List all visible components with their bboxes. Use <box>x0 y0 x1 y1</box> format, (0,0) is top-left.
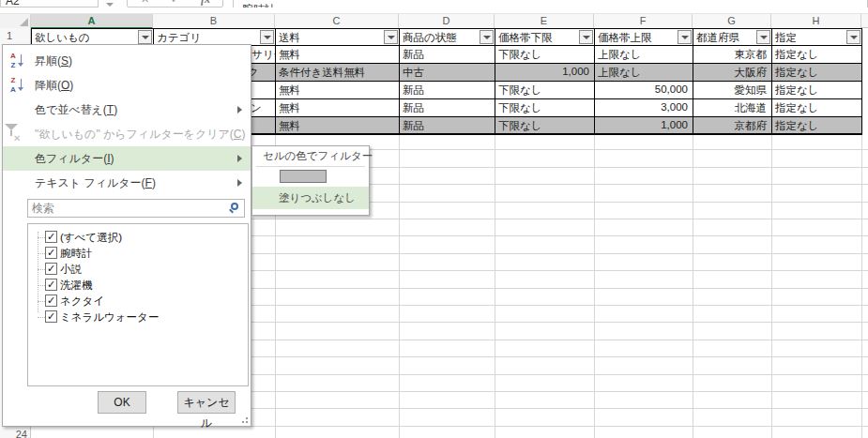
cell[interactable]: 指定なし <box>772 64 862 82</box>
cell[interactable]: 愛知県 <box>693 82 772 99</box>
list-item-necktie[interactable]: ✓ ネクタイ <box>28 294 248 310</box>
ok-button[interactable]: OK <box>98 391 146 414</box>
column-header-b[interactable]: B <box>153 14 275 28</box>
cell[interactable]: 上限なし <box>595 46 693 64</box>
header-cell-price-max[interactable]: 価格帯上限 <box>595 29 693 46</box>
clear-filter-icon: ✕ <box>5 125 25 143</box>
list-item-mineral-water[interactable]: ✓ ミネラルウォーター <box>28 310 248 325</box>
list-item-washer[interactable]: ✓ 洗濯機 <box>28 278 248 294</box>
gray-color-swatch[interactable] <box>280 170 327 183</box>
checkbox-checked[interactable]: ✓ <box>45 231 57 243</box>
filter-dropdown-button[interactable] <box>260 30 274 44</box>
filter-dropdown-button[interactable] <box>678 30 692 44</box>
filter-arrow-icon <box>583 36 590 39</box>
menu-item-text-filter[interactable]: テキスト フィルター(F) <box>3 171 251 195</box>
no-fill-option[interactable]: 塗りつぶしなし <box>252 187 369 209</box>
cell[interactable]: 下限なし <box>495 117 595 135</box>
cell[interactable]: 1,000 <box>595 117 693 135</box>
column-header-g[interactable]: G <box>693 14 771 28</box>
filter-arrow-icon <box>850 36 858 39</box>
filter-dropdown-button[interactable] <box>579 30 593 44</box>
name-box[interactable]: A2 <box>0 0 99 8</box>
checkbox-checked[interactable]: ✓ <box>45 310 57 323</box>
column-header-d[interactable]: D <box>399 14 495 28</box>
cell[interactable]: 新品 <box>400 82 495 99</box>
filter-dropdown-button[interactable] <box>480 30 494 44</box>
checkbox-checked[interactable]: ✓ <box>45 279 57 291</box>
fx-icon[interactable]: fx <box>201 0 210 7</box>
column-header-a[interactable]: A <box>31 14 153 29</box>
cell[interactable]: 1,000 <box>495 64 595 82</box>
resize-grip[interactable] <box>238 414 248 423</box>
cell[interactable]: 無料 <box>276 46 400 64</box>
list-item-select-all[interactable]: ✓ (すべて選択) <box>28 230 248 246</box>
cancel-icon[interactable]: ✕ <box>141 0 149 6</box>
filter-dropdown-button[interactable] <box>138 30 152 44</box>
cell[interactable]: 新品 <box>400 99 495 117</box>
filter-dropdown-button[interactable] <box>384 30 398 44</box>
sort-za-icon: Z A <box>8 76 29 95</box>
column-header-c[interactable]: C <box>275 14 399 28</box>
cell[interactable]: 指定なし <box>772 46 862 64</box>
enter-icon[interactable]: ✓ <box>171 0 179 6</box>
submenu-arrow-icon <box>237 106 242 113</box>
cell[interactable]: 無料 <box>276 82 400 99</box>
cell[interactable]: 指定なし <box>772 99 862 117</box>
column-header-e[interactable]: E <box>495 14 594 28</box>
checkbox-checked[interactable]: ✓ <box>45 295 57 307</box>
row-header-1[interactable]: 1 <box>7 30 12 41</box>
cell[interactable]: 下限なし <box>495 46 595 64</box>
menu-item-color-filter[interactable]: 色フィルター(I) <box>3 146 251 171</box>
cell[interactable]: 50,000 <box>595 82 693 99</box>
menu-item-sort-descending[interactable]: Z A 降順(O) <box>3 73 251 98</box>
header-cell-designation[interactable]: 指定 <box>772 29 862 46</box>
menu-item-sort-ascending[interactable]: A Z 昇順(S) <box>3 49 251 73</box>
list-item-novel[interactable]: ✓ 小説 <box>28 262 248 278</box>
checkmark-icon: ✓ <box>47 310 55 323</box>
header-cell-shipping[interactable]: 送料 <box>276 29 400 46</box>
cell[interactable]: 指定なし <box>772 82 862 99</box>
search-icon[interactable] <box>229 203 240 214</box>
cell[interactable]: 東京都 <box>693 46 772 64</box>
filter-value-list: ✓ (すべて選択) ✓ 腕時計 ✓ 小説 ✓ 洗濯機 <box>27 223 249 386</box>
cell[interactable]: 中古 <box>400 64 495 82</box>
cell[interactable]: 条件付き送料無料 <box>276 64 400 82</box>
cancel-button[interactable]: キャンセル <box>177 391 236 414</box>
checkbox-checked[interactable]: ✓ <box>45 263 57 275</box>
cell[interactable]: 北海道 <box>693 99 772 117</box>
cell[interactable]: 大阪府 <box>693 64 772 82</box>
corner-triangle-icon <box>20 18 28 26</box>
column-header-f[interactable]: F <box>594 14 693 28</box>
column-header-strip: A B C D E F G H <box>0 13 868 28</box>
menu-item-sort-by-color[interactable]: 色で並べ替え(T) <box>3 98 251 122</box>
formula-bar[interactable]: 腕時計 <box>233 0 868 8</box>
column-header-h[interactable]: H <box>771 14 861 28</box>
name-box-dropdown-icon[interactable] <box>106 3 114 7</box>
cell[interactable]: 下限なし <box>495 82 595 99</box>
select-all-corner[interactable] <box>0 14 31 28</box>
submenu-header: セルの色でフィルター <box>252 146 369 166</box>
header-cell-prefecture[interactable]: 都道府県 <box>693 29 772 46</box>
menu-item-clear-filter[interactable]: ✕ "欲しいもの" からフィルターをクリア(C) <box>3 122 251 146</box>
cell[interactable]: 新品 <box>400 117 495 135</box>
list-item-watch[interactable]: ✓ 腕時計 <box>28 246 248 262</box>
cell[interactable]: 無料 <box>276 117 400 135</box>
row-header-24[interactable]: 24 <box>16 429 27 438</box>
filter-dropdown-button[interactable] <box>756 30 770 44</box>
cell[interactable]: 3,000 <box>595 99 693 117</box>
cell[interactable]: 指定なし <box>772 117 862 135</box>
filter-dropdown-button[interactable] <box>846 30 860 44</box>
formula-bar-value: 腕時計 <box>242 2 276 8</box>
cell[interactable]: 新品 <box>400 46 495 64</box>
header-cell-price-min[interactable]: 価格帯下限 <box>495 29 595 46</box>
header-cell-condition[interactable]: 商品の状態 <box>400 29 495 46</box>
cell[interactable]: 上限なし <box>595 64 693 82</box>
cell[interactable]: 下限なし <box>495 99 595 117</box>
search-input[interactable] <box>28 200 225 217</box>
formula-button-group: ✕ ✓ fx <box>127 0 223 8</box>
cell[interactable]: 無料 <box>276 99 400 117</box>
filter-arrow-icon <box>681 36 689 39</box>
color-swatch-row[interactable] <box>252 167 369 187</box>
cell[interactable]: 京都府 <box>693 117 772 135</box>
checkbox-checked[interactable]: ✓ <box>45 247 57 259</box>
